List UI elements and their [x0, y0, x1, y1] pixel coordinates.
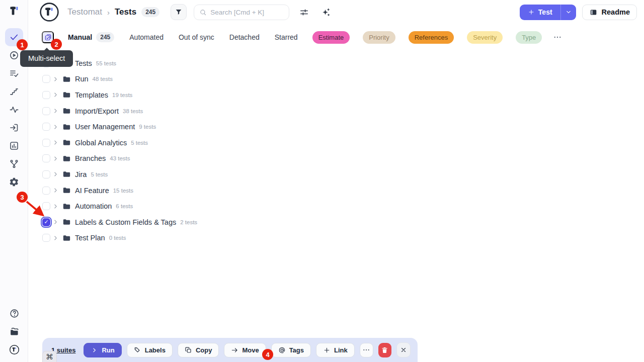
add-test-split-button: Test — [520, 5, 576, 20]
plus-dark-icon — [323, 346, 331, 354]
chevron-right-icon[interactable] — [52, 155, 59, 162]
breadcrumb-project[interactable]: Testomat — [67, 7, 102, 17]
add-test-dropdown-button[interactable] — [560, 5, 576, 20]
suite-row[interactable]: Templates 19 tests — [28, 87, 644, 103]
sidebar-item[interactable] — [5, 155, 23, 173]
suite-checkbox[interactable] — [42, 75, 50, 83]
bulk-action-bar: 1 suites Run Labels Copy — [42, 338, 418, 362]
chevron-right-icon[interactable] — [52, 187, 59, 194]
sidebar-item[interactable] — [5, 173, 23, 191]
folder-icon — [62, 75, 71, 83]
chevron-right-icon[interactable] — [52, 124, 59, 130]
bulk-action-button[interactable]: Link — [316, 343, 355, 357]
chevron-down-icon — [565, 9, 572, 16]
tab[interactable]: Automated — [129, 33, 164, 41]
suite-checkbox[interactable] — [42, 154, 50, 162]
tab-count-badge: 245 — [96, 32, 114, 42]
suite-row[interactable]: Branches 43 tests — [28, 151, 644, 167]
add-test-button[interactable]: Test — [520, 5, 560, 20]
suite-test-count: 5 tests — [91, 171, 108, 177]
multi-select-icon — [44, 34, 52, 41]
chevron-right-icon[interactable] — [52, 92, 59, 98]
bulk-action-button[interactable]: Labels — [127, 343, 173, 357]
suite-row[interactable]: Jira 5 tests — [28, 166, 644, 183]
logo-circle-small-icon — [9, 344, 20, 355]
suite-test-count: 48 tests — [93, 76, 113, 82]
chevron-right-icon[interactable] — [52, 171, 59, 177]
chevron-right-icon[interactable] — [52, 235, 59, 241]
suite-row[interactable]: User Management 9 tests — [28, 119, 644, 135]
suite-row[interactable]: Global Analytics 5 tests — [28, 135, 644, 151]
tab[interactable]: Detached — [229, 33, 260, 41]
chevron-right-icon[interactable] — [52, 108, 59, 114]
suite-checkbox[interactable] — [42, 170, 50, 178]
sidebar-item[interactable] — [5, 64, 23, 82]
close-selection-button[interactable] — [396, 342, 411, 357]
suite-checkbox[interactable] — [42, 91, 50, 99]
folder-icon — [62, 234, 71, 242]
at-sign-icon — [278, 346, 286, 354]
suite-name: Global Analytics — [75, 139, 127, 147]
suite-row[interactable]: Import/Export 38 tests — [28, 103, 644, 119]
sparkles-ai-icon[interactable] — [321, 8, 331, 17]
suite-checkbox[interactable] — [42, 187, 50, 195]
sidebar-item[interactable] — [5, 101, 23, 119]
sidebar-bottom-item[interactable] — [5, 324, 23, 339]
testomat-logo-icon — [8, 5, 20, 17]
project-logo-icon[interactable] — [39, 2, 59, 22]
more-tags-icon[interactable] — [553, 33, 562, 42]
chevron-right-icon[interactable] — [52, 139, 59, 146]
breadcrumb-separator: › — [107, 8, 110, 17]
suite-row[interactable]: AI Feature 15 tests — [28, 183, 644, 199]
bulk-action-button[interactable]: Run — [84, 343, 121, 357]
delete-button[interactable] — [378, 343, 391, 357]
filter-button[interactable] — [171, 4, 187, 20]
suite-row[interactable]: Automation 6 tests — [28, 198, 644, 214]
bulk-action-button[interactable]: Tags — [271, 343, 311, 357]
import-icon — [9, 123, 19, 133]
suite-row[interactable]: Tests 55 tests — [28, 55, 644, 71]
tag-pill[interactable]: Estimate — [312, 31, 350, 44]
suite-checkbox[interactable] — [42, 123, 50, 131]
chevron-right-icon[interactable] — [52, 76, 59, 82]
sidebar-item[interactable] — [5, 137, 23, 155]
tag-pill[interactable]: References — [409, 31, 454, 44]
tab[interactable]: Out of sync — [179, 33, 214, 41]
tag-pill[interactable]: Priority — [363, 31, 395, 44]
bulk-action-button[interactable]: Copy — [178, 343, 219, 357]
sidebar-item[interactable] — [5, 82, 23, 101]
chevron-right-icon[interactable] — [52, 219, 59, 225]
suite-row[interactable]: Labels & Custom Fields & Tags 2 tests — [28, 214, 644, 230]
tab[interactable]: Manual 245 — [68, 32, 114, 42]
sidebar-item[interactable] — [5, 119, 23, 137]
search-input[interactable] — [210, 9, 284, 16]
command-shortcut-chip: ⌘ — [42, 351, 57, 362]
sliders-icon[interactable] — [299, 8, 309, 17]
suite-checkbox[interactable] — [42, 202, 50, 210]
sidebar-bottom-item[interactable] — [5, 342, 23, 357]
tag-pill[interactable]: Type — [516, 31, 542, 44]
more-actions-button[interactable] — [360, 343, 373, 357]
tab[interactable]: Starred — [275, 33, 298, 41]
chevron-right-icon[interactable] — [52, 203, 59, 210]
readme-label: Readme — [602, 8, 630, 16]
readme-button[interactable]: Readme — [582, 5, 637, 20]
bar-chart-icon — [9, 141, 19, 151]
search-box[interactable] — [194, 5, 289, 20]
bulk-action-button[interactable]: Move — [224, 343, 266, 357]
suite-checkbox[interactable] — [42, 234, 50, 242]
suite-row[interactable]: Run 48 tests — [28, 71, 644, 87]
tag-pill[interactable]: Severity — [467, 31, 503, 44]
sidebar-bottom-item[interactable] — [5, 306, 23, 321]
tab-label: Detached — [229, 33, 260, 41]
header-actions: Test Readme — [520, 5, 637, 20]
testomat-app: Testomat › Tests 245 Test — [0, 0, 644, 362]
suite-checkbox[interactable] — [42, 218, 50, 226]
suite-checkbox[interactable] — [42, 107, 50, 115]
suite-checkbox[interactable] — [42, 139, 50, 147]
suite-row[interactable]: Test Plan 0 tests — [28, 230, 644, 246]
readme-book-icon — [589, 8, 598, 17]
suite-name: Labels & Custom Fields & Tags — [75, 218, 176, 226]
folder-icon — [62, 123, 71, 131]
tabs: Manual 245 Automated Out of sync — [68, 32, 298, 42]
